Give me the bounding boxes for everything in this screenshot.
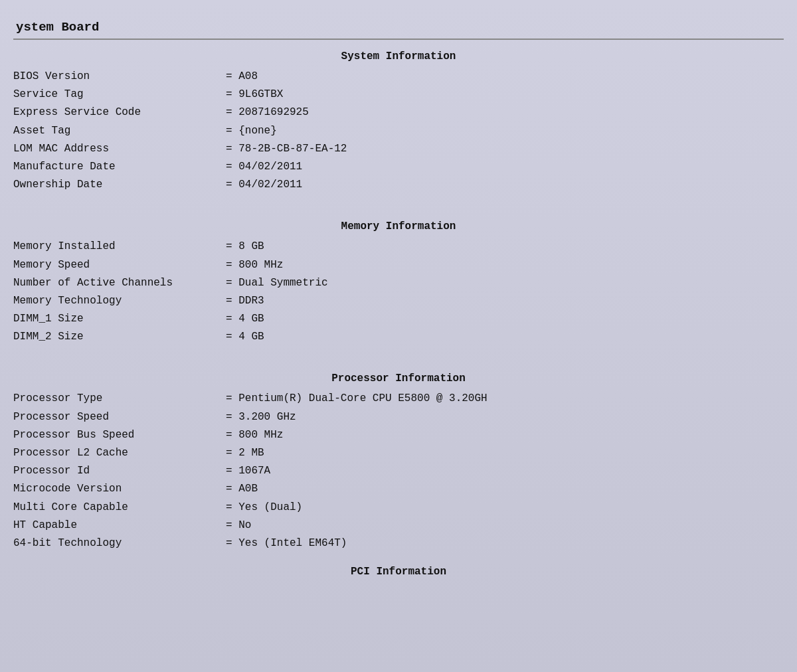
info-value: = {none} <box>226 122 277 140</box>
pci-info-header: PCI Information <box>13 566 784 578</box>
info-value: = DDR3 <box>226 292 264 310</box>
processor-info-section: Processor Information Processor Type = P… <box>13 373 784 552</box>
info-label: Processor Bus Speed <box>13 426 226 444</box>
memory-info-section: Memory Information Memory Installed = 8 … <box>13 220 784 346</box>
info-value: = Yes (Intel EM64T) <box>226 535 347 552</box>
info-value: = 8 GB <box>226 238 264 256</box>
table-row: Microcode Version = A0B <box>13 480 784 498</box>
info-value: = Dual Symmetric <box>226 274 328 292</box>
table-row: BIOS Version = A08 <box>13 68 784 86</box>
table-row: Manufacture Date = 04/02/2011 <box>13 158 784 176</box>
info-value: = 800 MHz <box>226 256 283 274</box>
info-label: Processor Type <box>13 390 226 408</box>
table-row: Number of Active Channels = Dual Symmetr… <box>13 274 784 292</box>
info-value: = 3.200 GHz <box>226 408 296 426</box>
info-value: = 1067A <box>226 462 270 480</box>
processor-info-table: Processor Type = Pentium(R) Dual-Core CP… <box>13 390 784 552</box>
info-label: Processor Id <box>13 462 226 480</box>
info-label: Processor L2 Cache <box>13 444 226 462</box>
info-label: Manufacture Date <box>13 158 226 176</box>
info-value: = 04/02/2011 <box>226 158 302 176</box>
info-label: DIMM_2 Size <box>13 328 226 346</box>
processor-info-header: Processor Information <box>13 373 784 384</box>
table-row: DIMM_2 Size = 4 GB <box>13 328 784 346</box>
table-row: DIMM_1 Size = 4 GB <box>13 310 784 328</box>
info-label: Ownership Date <box>13 176 226 194</box>
pci-info-section: PCI Information <box>13 566 784 578</box>
memory-info-header: Memory Information <box>13 220 784 232</box>
info-label: Service Tag <box>13 86 226 104</box>
info-value: = 4 GB <box>226 328 264 346</box>
info-label: DIMM_1 Size <box>13 310 226 328</box>
table-row: Multi Core Capable = Yes (Dual) <box>13 499 784 517</box>
table-row: Ownership Date = 04/02/2011 <box>13 176 784 194</box>
info-label: Processor Speed <box>13 408 226 426</box>
table-row: 64-bit Technology = Yes (Intel EM64T) <box>13 535 784 552</box>
info-value: = A08 <box>226 68 258 86</box>
info-label: Memory Installed <box>13 238 226 256</box>
info-value: = No <box>226 517 251 535</box>
window-title: ystem Board <box>13 20 784 40</box>
info-label: Asset Tag <box>13 122 226 140</box>
info-value: = A0B <box>226 480 258 498</box>
memory-info-table: Memory Installed = 8 GB Memory Speed = 8… <box>13 238 784 346</box>
table-row: LOM MAC Address = 78-2B-CB-87-EA-12 <box>13 140 784 158</box>
info-label: Multi Core Capable <box>13 499 226 517</box>
info-value: = 78-2B-CB-87-EA-12 <box>226 140 347 158</box>
info-label: HT Capable <box>13 517 226 535</box>
table-row: Processor Speed = 3.200 GHz <box>13 408 784 426</box>
system-info-table: BIOS Version = A08 Service Tag = 9L6GTBX… <box>13 68 784 194</box>
info-label: 64-bit Technology <box>13 535 226 552</box>
info-label: Memory Technology <box>13 292 226 310</box>
table-row: Service Tag = 9L6GTBX <box>13 86 784 104</box>
info-label: LOM MAC Address <box>13 140 226 158</box>
info-label: Number of Active Channels <box>13 274 226 292</box>
system-info-section: System Information BIOS Version = A08 Se… <box>13 50 784 194</box>
info-value: = 04/02/2011 <box>226 176 302 194</box>
info-value: = Yes (Dual) <box>226 499 302 517</box>
table-row: Express Service Code = 20871692925 <box>13 104 784 122</box>
table-row: Processor L2 Cache = 2 MB <box>13 444 784 462</box>
table-row: HT Capable = No <box>13 517 784 535</box>
info-label: Express Service Code <box>13 104 226 122</box>
info-value: = 20871692925 <box>226 104 309 122</box>
info-value: = 2 MB <box>226 444 264 462</box>
table-row: Memory Installed = 8 GB <box>13 238 784 256</box>
screen: ystem Board System Information BIOS Vers… <box>0 0 797 672</box>
info-label: Microcode Version <box>13 480 226 498</box>
info-value: = 800 MHz <box>226 426 283 444</box>
info-value: = 4 GB <box>226 310 264 328</box>
table-row: Processor Id = 1067A <box>13 462 784 480</box>
info-value: = Pentium(R) Dual-Core CPU E5800 @ 3.20G… <box>226 390 487 408</box>
info-label: Memory Speed <box>13 256 226 274</box>
table-row: Processor Type = Pentium(R) Dual-Core CP… <box>13 390 784 408</box>
info-label: BIOS Version <box>13 68 226 86</box>
system-info-header: System Information <box>13 50 784 62</box>
info-value: = 9L6GTBX <box>226 86 283 104</box>
table-row: Memory Speed = 800 MHz <box>13 256 784 274</box>
table-row: Processor Bus Speed = 800 MHz <box>13 426 784 444</box>
table-row: Asset Tag = {none} <box>13 122 784 140</box>
table-row: Memory Technology = DDR3 <box>13 292 784 310</box>
